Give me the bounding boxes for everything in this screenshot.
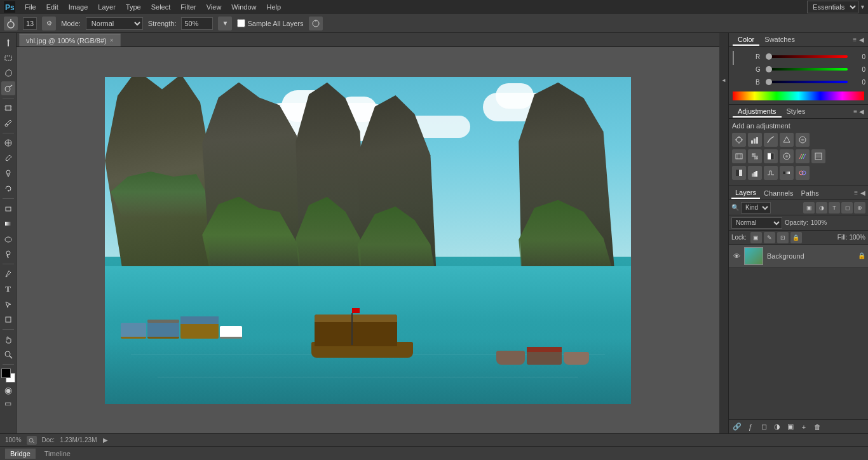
filter-smartobject[interactable]: ⊕ xyxy=(854,202,865,213)
swatches-tab[interactable]: Swatches xyxy=(759,34,800,46)
lock-artboards-btn[interactable]: ⊡ xyxy=(777,232,789,243)
add-style-btn[interactable]: ƒ xyxy=(745,421,756,433)
menu-select[interactable]: Select xyxy=(147,2,175,12)
zoom-tool[interactable] xyxy=(1,348,15,362)
hand-tool[interactable] xyxy=(1,332,15,346)
color-swatches[interactable] xyxy=(1,369,15,382)
lock-all-btn[interactable]: 🔒 xyxy=(790,232,802,243)
menu-view[interactable]: View xyxy=(202,2,226,12)
sample-options-icon[interactable] xyxy=(309,17,323,30)
adj-gradientmap-icon[interactable] xyxy=(780,166,794,180)
tab-close[interactable]: × xyxy=(110,37,114,44)
workspace-arrow[interactable]: ▼ xyxy=(860,4,865,10)
color-panel-collapse[interactable]: ◀ xyxy=(859,36,864,43)
workspace-select[interactable]: Essentials xyxy=(807,1,858,13)
canvas-inner[interactable] xyxy=(17,47,719,433)
canvas-image[interactable] xyxy=(105,77,631,404)
adj-brightness-icon[interactable] xyxy=(732,133,746,147)
zoom-options-btn[interactable] xyxy=(27,436,37,445)
kind-select[interactable]: Kind xyxy=(741,202,771,213)
strength-arrow[interactable]: ▼ xyxy=(218,17,232,30)
filter-shape[interactable]: ◻ xyxy=(841,202,853,213)
eraser-tool[interactable] xyxy=(1,201,15,215)
adj-photofilter-icon[interactable] xyxy=(780,149,794,163)
brush-tool[interactable] xyxy=(1,151,15,165)
quick-select-tool[interactable] xyxy=(1,81,15,95)
crop-tool[interactable] xyxy=(1,101,15,115)
new-adjustment-btn[interactable]: ◑ xyxy=(771,421,783,433)
layers-collapse[interactable]: ◀ xyxy=(860,189,865,196)
healing-tool[interactable] xyxy=(1,136,15,150)
menu-type[interactable]: Type xyxy=(121,2,146,12)
add-mask-btn[interactable]: ◻ xyxy=(758,421,770,433)
menu-file[interactable]: File xyxy=(20,2,41,12)
dodge-tool[interactable] xyxy=(1,247,15,261)
pen-tool[interactable] xyxy=(1,267,15,281)
color-spectrum[interactable] xyxy=(733,91,864,100)
adj-curves-icon[interactable] xyxy=(764,133,778,147)
adj-hsl-icon[interactable] xyxy=(732,149,746,163)
color-preview-swatch[interactable] xyxy=(733,51,734,65)
lock-pixels-btn[interactable]: ▣ xyxy=(750,232,762,243)
bridge-tab[interactable]: Bridge xyxy=(5,449,36,459)
timeline-tab[interactable]: Timeline xyxy=(39,449,76,459)
menu-edit[interactable]: Edit xyxy=(42,2,63,12)
adj-colorbalance-icon[interactable] xyxy=(748,149,762,163)
adj-posterize-icon[interactable] xyxy=(748,166,762,180)
new-group-btn[interactable]: ▣ xyxy=(785,421,796,433)
sample-all-checkbox[interactable] xyxy=(237,19,245,27)
blur-tool[interactable] xyxy=(1,232,15,246)
menu-layer[interactable]: Layer xyxy=(93,2,120,12)
sample-all-label[interactable]: Sample All Layers xyxy=(237,19,303,27)
doc-arrow[interactable]: ▶ xyxy=(102,436,109,445)
clone-tool[interactable] xyxy=(1,166,15,180)
eyedropper-tool[interactable] xyxy=(1,116,15,130)
move-tool[interactable] xyxy=(1,36,15,50)
adj-collapse[interactable]: ◀ xyxy=(859,108,864,115)
lasso-tool[interactable] xyxy=(1,66,15,80)
adj-threshold-icon[interactable] xyxy=(764,166,778,180)
menu-image[interactable]: Image xyxy=(64,2,93,12)
path-select-tool[interactable] xyxy=(1,297,15,311)
mode-select[interactable]: Normal xyxy=(86,17,143,30)
channels-tab[interactable]: Channels xyxy=(760,188,797,198)
type-tool[interactable]: T xyxy=(1,282,15,296)
styles-tab[interactable]: Styles xyxy=(782,106,811,118)
adj-menu[interactable]: ≡ xyxy=(853,108,857,115)
green-slider[interactable] xyxy=(766,68,848,71)
gradient-tool[interactable] xyxy=(1,217,15,231)
shape-tool[interactable] xyxy=(1,313,15,327)
menu-help[interactable]: Help xyxy=(262,2,285,12)
filter-type[interactable]: T xyxy=(829,202,840,213)
layers-menu[interactable]: ≡ xyxy=(854,189,858,196)
lock-position-btn[interactable]: ✎ xyxy=(764,232,775,243)
filter-pixel[interactable]: ▣ xyxy=(803,202,815,213)
layers-tab[interactable]: Layers xyxy=(731,187,760,199)
filter-adjustment[interactable]: ◑ xyxy=(816,202,827,213)
quick-mask-btn[interactable]: ◉ xyxy=(4,385,12,395)
select-rect-tool[interactable] xyxy=(1,51,15,65)
red-slider[interactable] xyxy=(766,55,848,58)
adjustments-tab[interactable]: Adjustments xyxy=(733,106,782,118)
blend-mode-select[interactable]: Normal xyxy=(731,217,782,229)
canvas-tab[interactable]: vhl.jpg @ 100% (RGB/8#) × xyxy=(19,34,121,46)
adj-channelmixer-icon[interactable] xyxy=(796,149,810,163)
adj-colorlookup-icon[interactable] xyxy=(811,149,825,163)
link-layers-btn[interactable]: 🔗 xyxy=(731,421,743,433)
side-collapse-btn[interactable]: ◄ xyxy=(719,33,728,433)
layer-visibility-eye[interactable]: 👁 xyxy=(731,251,742,261)
adj-exposure-icon[interactable] xyxy=(780,133,794,147)
paths-tab[interactable]: Paths xyxy=(797,188,823,198)
delete-layer-btn[interactable]: 🗑 xyxy=(811,421,823,433)
adj-levels-icon[interactable] xyxy=(748,133,762,147)
adj-selectivecolor-icon[interactable] xyxy=(796,166,810,180)
layer-item-background[interactable]: 👁 Background 🔒 xyxy=(729,245,868,267)
menu-window[interactable]: Window xyxy=(227,2,261,12)
screen-mode-btn[interactable]: ▭ xyxy=(4,399,11,408)
history-brush-tool[interactable] xyxy=(1,182,15,196)
brush-options-icon[interactable]: ⚙ xyxy=(42,17,56,30)
menu-filter[interactable]: Filter xyxy=(176,2,200,12)
new-layer-btn[interactable]: + xyxy=(798,421,810,433)
adj-invert-icon[interactable] xyxy=(732,166,746,180)
blue-slider[interactable] xyxy=(766,81,848,83)
